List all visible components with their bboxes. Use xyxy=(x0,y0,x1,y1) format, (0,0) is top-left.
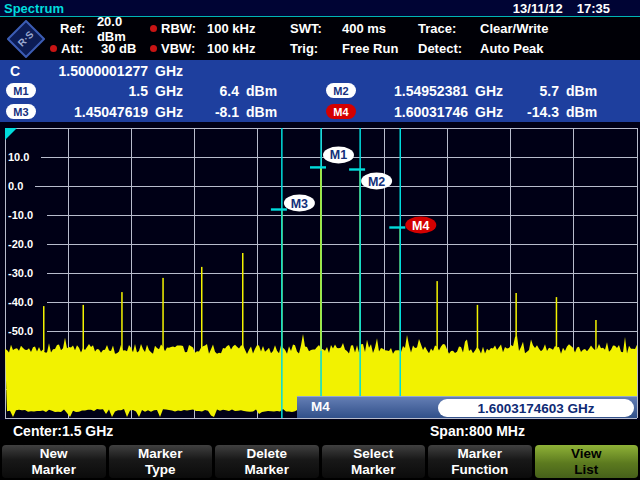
trace-peak-center xyxy=(320,167,321,351)
detect-value: Auto Peak xyxy=(480,41,544,56)
trace-peak xyxy=(43,306,45,351)
marker-tick-M2 xyxy=(349,168,365,170)
softkey-select-marker[interactable]: SelectMarker xyxy=(322,445,426,478)
m1-freq-unit: GHz xyxy=(155,83,189,99)
trig-value: Free Run xyxy=(342,41,398,56)
m3-freq: 1.45047619 xyxy=(36,104,148,120)
vbw-label: VBW: xyxy=(161,41,207,56)
rbw-value: 100 kHz xyxy=(207,21,255,36)
m2-freq: 1.54952381 xyxy=(356,83,468,99)
marker-row-m1-m2: M1 1.5 GHz 6.4 dBm M2 1.54952381 GHz 5.7… xyxy=(0,80,640,101)
softkey-delete-marker[interactable]: DeleteMarker xyxy=(215,445,319,478)
datetime: 13/11/1217:35 xyxy=(499,1,610,16)
marker-tick-M1 xyxy=(310,166,326,168)
trace-peak xyxy=(162,278,164,351)
trigger-setting[interactable]: Trig: Free Run xyxy=(290,41,418,56)
vbw-value: 100 kHz xyxy=(207,41,255,56)
marker-tick-M3 xyxy=(271,208,287,210)
marker-badge-label-M2: M2 xyxy=(368,175,385,189)
m3-badge[interactable]: M3 xyxy=(6,104,36,119)
softkey-marker-type[interactable]: MarkerType xyxy=(109,445,213,478)
time-label: 17:35 xyxy=(577,1,610,16)
m2-freq-unit: GHz xyxy=(475,83,509,99)
m4-freq-unit: GHz xyxy=(475,104,509,120)
detector-setting[interactable]: Detect: Auto Peak xyxy=(418,41,640,56)
marker-entry-m4: M4 1.60031746 GHz -14.3 dBm xyxy=(320,104,640,120)
m1-freq: 1.5 xyxy=(36,83,148,99)
trig-label: Trig: xyxy=(290,41,342,56)
center-frequency[interactable]: Center:1.5 GHz xyxy=(13,423,113,439)
rbw-bullet-icon xyxy=(150,25,161,32)
marker-line-M2 xyxy=(359,128,361,418)
trace-peak xyxy=(242,253,244,351)
marker-line-M4 xyxy=(400,128,402,418)
marker-entry-box: M4 1.6003174603 GHz xyxy=(297,396,637,418)
m1-level-unit: dBm xyxy=(246,83,277,99)
marker-badge-label-M4: M4 xyxy=(412,219,429,233)
rbw-label: RBW: xyxy=(161,21,207,36)
center-freq-row: C 1.5000001277 GHz xyxy=(0,60,640,80)
marker-row-m3-m4: M3 1.45047619 GHz -8.1 dBm M4 1.60031746… xyxy=(0,101,640,122)
trace-value: Clear/Write xyxy=(480,21,548,36)
m2-badge[interactable]: M2 xyxy=(326,83,356,98)
marker-badge-label-M1: M1 xyxy=(330,148,347,162)
rbw-setting[interactable]: RBW: 100 kHz xyxy=(150,21,290,36)
marker-entry-m1: M1 1.5 GHz 6.4 dBm xyxy=(0,83,320,99)
center-freq-unit: GHz xyxy=(155,63,183,79)
m1-level: 6.4 xyxy=(189,83,239,99)
trace-setting[interactable]: Trace: Clear/Write xyxy=(418,21,640,36)
swt-setting[interactable]: SWT: 400 ms xyxy=(290,21,418,36)
swt-label: SWT: xyxy=(290,21,342,36)
marker-freq-input[interactable]: 1.6003174603 GHz xyxy=(438,399,634,417)
m2-level-unit: dBm xyxy=(566,83,597,99)
marker-entry-label: M4 xyxy=(311,399,330,414)
trace-peak xyxy=(477,305,479,351)
marker-line-M3 xyxy=(281,128,283,418)
m2-level: 5.7 xyxy=(509,83,559,99)
marker-entry-m2: M2 1.54952381 GHz 5.7 dBm xyxy=(320,83,640,99)
m4-badge[interactable]: M4 xyxy=(326,104,356,119)
m4-level: -14.3 xyxy=(509,104,559,120)
trace-peak xyxy=(83,305,85,351)
m3-level: -8.1 xyxy=(189,104,239,120)
m3-level-unit: dBm xyxy=(246,104,277,120)
trace-label: Trace: xyxy=(418,21,480,36)
y-axis-label: -30.0 xyxy=(8,267,33,279)
date-label: 13/11/12 xyxy=(513,1,563,16)
settings-row-1: Ref: 20.0 dBm RBW: 100 kHz SWT: 400 ms T… xyxy=(0,19,640,38)
vbw-setting[interactable]: VBW: 100 kHz xyxy=(150,41,290,56)
softkey-view-list[interactable]: ViewList xyxy=(535,445,639,478)
m4-freq: 1.60031746 xyxy=(356,104,468,120)
span-frequency[interactable]: Span:800 MHz xyxy=(430,423,525,439)
attenuation-setting[interactable]: Att: 30 dB xyxy=(0,41,150,56)
marker-table: C 1.5000001277 GHz M1 1.5 GHz 6.4 dBm M2… xyxy=(0,60,640,122)
marker-badge-label-M3: M3 xyxy=(291,197,308,211)
y-axis-label: -20.0 xyxy=(8,238,33,250)
att-bullet-icon xyxy=(50,45,61,52)
trace-peak xyxy=(556,297,558,351)
ref-label: Ref: xyxy=(60,21,97,36)
m4-level-unit: dBm xyxy=(566,104,597,120)
settings-header: R·S Ref: 20.0 dBm RBW: 100 kHz SWT: 400 … xyxy=(0,17,640,60)
trace-peak xyxy=(515,293,517,351)
spectrum-plot: 10.00.0-10.0-20.0-30.0-40.0-50.0M1M2M3M4 xyxy=(0,122,640,420)
center-flag: C xyxy=(10,63,34,79)
ref-bullet xyxy=(50,25,60,32)
center-freq-value: 1.5000001277 xyxy=(34,63,148,79)
trace-peak xyxy=(436,281,438,351)
m1-badge[interactable]: M1 xyxy=(6,83,36,98)
freq-bar: Center:1.5 GHz Span:800 MHz xyxy=(0,420,640,444)
softkey-new-marker[interactable]: NewMarker xyxy=(2,445,106,478)
softkey-marker-function[interactable]: MarkerFunction xyxy=(428,445,532,478)
y-axis-label: -10.0 xyxy=(8,209,33,221)
vbw-bullet-icon xyxy=(150,45,161,52)
softkey-bar: NewMarker MarkerType DeleteMarker Select… xyxy=(0,444,640,480)
y-axis-label: -50.0 xyxy=(8,325,33,337)
trace-peak xyxy=(201,267,203,351)
spectrum-analyzer-screen: Spectrum 13/11/1217:35 R·S Ref: 20.0 dBm… xyxy=(0,0,640,480)
att-label: Att: xyxy=(61,41,101,56)
ref-level-icon xyxy=(5,128,17,140)
y-axis-label: 0.0 xyxy=(8,180,23,192)
spectrum-plot-area: 10.00.0-10.0-20.0-30.0-40.0-50.0M1M2M3M4… xyxy=(0,122,640,420)
detect-label: Detect: xyxy=(418,41,480,56)
